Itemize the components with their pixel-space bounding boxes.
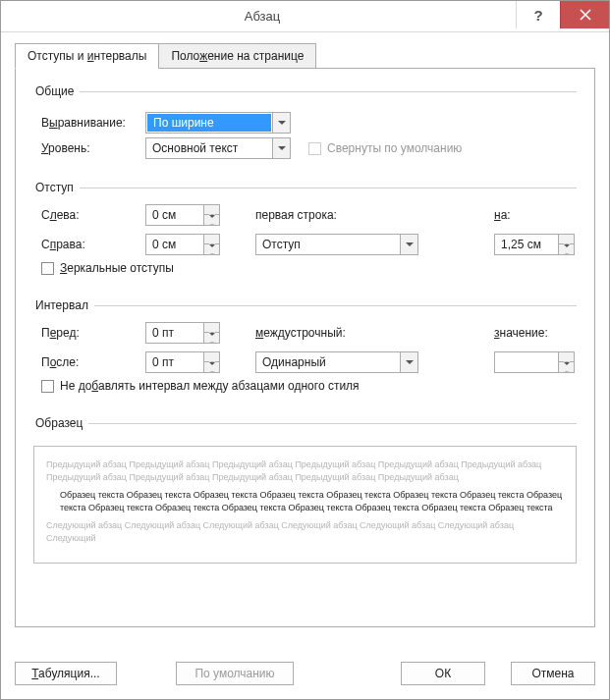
before-spinner[interactable]: 0 пт (145, 322, 220, 344)
chevron-down-icon (278, 146, 286, 150)
dialog-footer: Табуляция... По умолчанию ОК Отмена (15, 662, 595, 685)
tabs-button[interactable]: Табуляция... (15, 662, 117, 685)
help-button[interactable]: ? (516, 1, 560, 28)
dialog-title: Абзац (9, 9, 516, 24)
triangle-up-icon (209, 352, 215, 362)
tab-indents[interactable]: Отступы и интервалы (15, 43, 159, 69)
alignment-combo[interactable]: По ширине (145, 112, 291, 134)
level-combo[interactable]: Основной текст (145, 137, 291, 159)
indent-left-value: 0 см (146, 208, 203, 222)
group-indent: Отступ Слева: 0 см первая строка: на: Сп… (33, 181, 577, 287)
value-label: значение: (494, 326, 577, 340)
preview-prev-paragraphs: Предыдущий абзац Предыдущий абзац Предыд… (46, 458, 564, 483)
indent-left-spinner[interactable]: 0 см (145, 204, 220, 226)
titlebar: Абзац ? (1, 1, 609, 32)
mirror-indents-label: Зеркальные отступы (60, 261, 174, 275)
before-value: 0 пт (146, 326, 203, 340)
chevron-down-icon (278, 121, 286, 125)
on-label: на: (494, 208, 577, 222)
close-icon (580, 9, 591, 21)
line-spacing-value: Одинарный (256, 355, 400, 369)
collapsed-label: Свернуты по умолчанию (327, 141, 462, 155)
triangle-down-icon (564, 244, 570, 254)
group-preview-legend: Образец (33, 416, 88, 430)
alignment-value: По ширине (147, 114, 271, 132)
spin-down[interactable] (559, 362, 574, 372)
triangle-down-icon (209, 333, 215, 343)
close-button[interactable] (560, 1, 609, 28)
dropdown-button[interactable] (272, 138, 290, 158)
dropdown-button[interactable] (400, 352, 417, 372)
first-line-combo[interactable]: Отступ (255, 234, 418, 255)
ok-button[interactable]: ОК (401, 662, 485, 685)
indent-right-label: Справа: (41, 238, 145, 251)
spin-up[interactable] (559, 352, 574, 362)
spin-up[interactable] (204, 323, 219, 333)
indent-right-spinner[interactable]: 0 см (145, 234, 220, 255)
line-spacing-combo[interactable]: Одинарный (255, 351, 418, 373)
group-general: Общие Выравнивание: По ширине Уровень: О… (33, 84, 577, 169)
group-preview: Образец Предыдущий абзац Предыдущий абза… (33, 416, 577, 569)
chevron-down-icon (406, 360, 414, 364)
tab-content: Общие Выравнивание: По ширине Уровень: О… (15, 68, 595, 627)
titlebar-buttons: ? (516, 1, 609, 31)
on-value: 1,25 см (495, 238, 558, 251)
spin-down[interactable] (204, 244, 219, 254)
triangle-up-icon (209, 323, 215, 333)
triangle-up-icon (564, 352, 570, 362)
triangle-up-icon (209, 205, 215, 215)
spin-down[interactable] (204, 333, 219, 343)
spin-up[interactable] (204, 205, 219, 215)
on-spinner[interactable]: 1,25 см (494, 234, 575, 255)
triangle-up-icon (209, 235, 215, 244)
before-label: Перед: (41, 326, 145, 340)
indent-right-value: 0 см (146, 238, 203, 251)
spin-up[interactable] (559, 235, 574, 244)
triangle-down-icon (209, 244, 215, 254)
spin-down[interactable] (559, 244, 574, 254)
dropdown-button[interactable] (400, 235, 417, 254)
level-label: Уровень: (41, 141, 145, 155)
paragraph-dialog: Абзац ? Отступы и интервалы Положение на… (0, 0, 610, 700)
preview-next-paragraphs: Следующий абзац Следующий абзац Следующи… (46, 519, 564, 544)
triangle-down-icon (209, 362, 215, 372)
value-spinner[interactable] (494, 351, 575, 373)
alignment-label: Выравнивание: (41, 116, 145, 130)
group-general-legend: Общие (33, 84, 80, 98)
after-value: 0 пт (146, 355, 203, 369)
group-interval: Интервал Перед: 0 пт междустрочный: знач… (33, 298, 577, 404)
preview-box: Предыдущий абзац Предыдущий абзац Предыд… (33, 446, 577, 564)
chevron-down-icon (406, 242, 414, 246)
dropdown-button[interactable] (272, 113, 290, 133)
default-button[interactable]: По умолчанию (176, 662, 294, 685)
dont-add-space-checkbox[interactable] (41, 380, 54, 393)
spin-down[interactable] (204, 215, 219, 225)
triangle-up-icon (564, 235, 570, 244)
spin-up[interactable] (204, 352, 219, 362)
tab-position[interactable]: Положение на странице (158, 43, 316, 69)
after-spinner[interactable]: 0 пт (145, 351, 220, 373)
group-indent-legend: Отступ (33, 181, 80, 194)
triangle-down-icon (564, 362, 570, 372)
group-interval-legend: Интервал (33, 298, 94, 312)
collapsed-checkbox (308, 142, 321, 155)
first-line-value: Отступ (256, 238, 400, 251)
first-line-label: первая строка: (255, 208, 474, 222)
spin-down[interactable] (204, 362, 219, 372)
level-value: Основной текст (146, 141, 272, 155)
mirror-indents-checkbox[interactable] (41, 262, 54, 275)
tabbar: Отступы и интервалы Положение на страниц… (15, 43, 595, 69)
dont-add-space-label: Не добавлять интервал между абзацами одн… (60, 379, 360, 393)
cancel-button[interactable]: Отмена (511, 662, 595, 685)
spin-up[interactable] (204, 235, 219, 244)
line-spacing-label: междустрочный: (255, 326, 474, 340)
indent-left-label: Слева: (41, 208, 145, 222)
triangle-down-icon (209, 215, 215, 225)
after-label: После: (41, 355, 145, 369)
dialog-body: Отступы и интервалы Положение на страниц… (1, 32, 609, 699)
preview-sample-text: Образец текста Образец текста Образец те… (46, 489, 564, 513)
